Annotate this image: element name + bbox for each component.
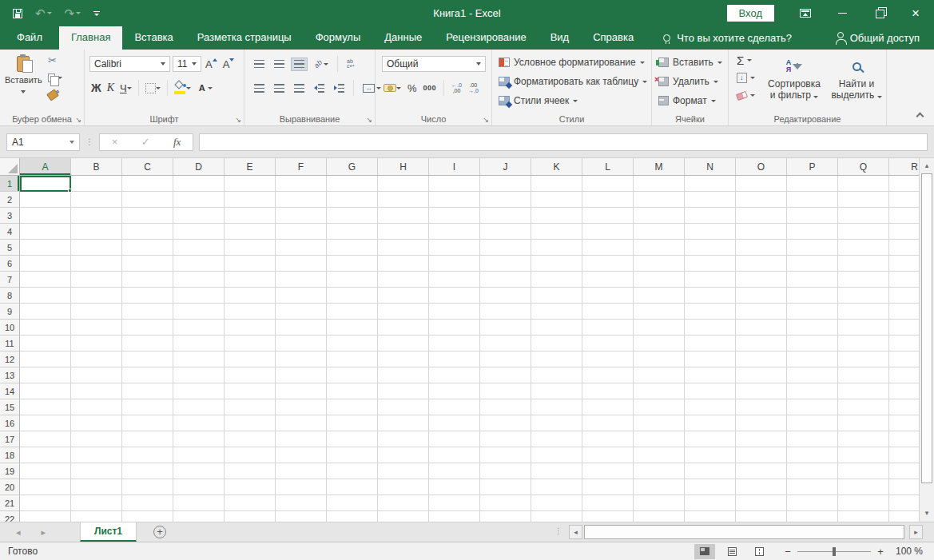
row-header-13[interactable]: 13 bbox=[0, 367, 19, 383]
enter-icon[interactable]: ✓ bbox=[141, 136, 150, 148]
column-header-L[interactable]: L bbox=[582, 158, 634, 175]
redo-dropdown-icon[interactable] bbox=[76, 12, 81, 14]
tab-file[interactable]: Файл bbox=[0, 26, 59, 50]
fill-color-dropdown-icon[interactable] bbox=[186, 87, 191, 89]
vertical-scrollbar[interactable]: ▴ ▾ bbox=[919, 158, 934, 522]
number-dialog-launcher-icon[interactable]: ↘ bbox=[483, 116, 489, 124]
name-box[interactable]: A1 bbox=[6, 133, 80, 151]
column-header-J[interactable]: J bbox=[480, 158, 531, 175]
zoom-slider[interactable] bbox=[797, 551, 871, 552]
fill-color-button[interactable] bbox=[173, 81, 193, 94]
minimize-button[interactable] bbox=[824, 0, 860, 26]
row-header-1[interactable]: 1 bbox=[0, 176, 19, 192]
undo-dropdown-icon[interactable] bbox=[47, 12, 52, 14]
fill-handle[interactable] bbox=[68, 189, 72, 193]
format-cells-button[interactable]: Формат bbox=[658, 92, 728, 109]
horizontal-scroll-thumb[interactable] bbox=[584, 525, 904, 539]
column-header-P[interactable]: P bbox=[787, 158, 838, 175]
ribbon-tab-2[interactable]: Разметка страницы bbox=[185, 26, 304, 50]
delete-cells-button[interactable]: Удалить bbox=[658, 73, 728, 90]
row-header-21[interactable]: 21 bbox=[0, 495, 19, 511]
copy-button[interactable] bbox=[48, 72, 62, 83]
customize-quick-access-button[interactable] bbox=[93, 11, 100, 16]
ribbon-tab-1[interactable]: Вставка bbox=[122, 26, 185, 50]
row-header-19[interactable]: 19 bbox=[0, 463, 19, 479]
ribbon-tab-0[interactable]: Главная bbox=[59, 26, 122, 50]
borders-button[interactable] bbox=[144, 83, 162, 93]
clipboard-dialog-launcher-icon[interactable]: ↘ bbox=[75, 116, 81, 124]
increase-decimal-button[interactable]: ←.0,00 bbox=[450, 82, 463, 93]
row-header-18[interactable]: 18 bbox=[0, 447, 19, 463]
row-header-8[interactable]: 8 bbox=[0, 288, 19, 304]
sort-filter-button[interactable]: АЯ Сортировка и фильтр bbox=[764, 54, 825, 101]
row-header-9[interactable]: 9 bbox=[0, 304, 19, 320]
autosum-dropdown-icon[interactable] bbox=[747, 59, 752, 62]
font-family-combo[interactable]: Calibri bbox=[89, 56, 170, 72]
clear-button[interactable] bbox=[737, 89, 755, 101]
align-middle-button[interactable] bbox=[271, 58, 288, 71]
save-icon[interactable] bbox=[13, 9, 22, 18]
fill-dropdown-icon[interactable] bbox=[750, 77, 755, 79]
tell-me-box[interactable]: Что вы хотите сделать? bbox=[663, 26, 792, 50]
redo-button[interactable]: ↷ bbox=[65, 8, 81, 19]
cell-styles-button[interactable]: Стили ячеек bbox=[499, 92, 651, 109]
ribbon-tab-5[interactable]: Рецензирование bbox=[434, 26, 538, 50]
column-header-D[interactable]: D bbox=[173, 158, 225, 175]
column-header-K[interactable]: K bbox=[531, 158, 582, 175]
accounting-dropdown-icon[interactable] bbox=[396, 87, 401, 89]
column-header-I[interactable]: I bbox=[429, 158, 480, 175]
row-header-2[interactable]: 2 bbox=[0, 192, 19, 208]
scroll-right-icon[interactable]: ▸ bbox=[909, 525, 923, 539]
cancel-icon[interactable]: × bbox=[112, 136, 118, 148]
align-bottom-button[interactable] bbox=[291, 58, 308, 71]
row-header-7[interactable]: 7 bbox=[0, 272, 19, 288]
column-header-A[interactable]: A bbox=[20, 158, 71, 175]
row-header-3[interactable]: 3 bbox=[0, 208, 19, 224]
row-header-14[interactable]: 14 bbox=[0, 383, 19, 399]
close-button[interactable]: × bbox=[897, 0, 934, 26]
select-all-button[interactable] bbox=[0, 158, 20, 176]
column-header-E[interactable]: E bbox=[225, 158, 276, 175]
column-header-B[interactable]: B bbox=[71, 158, 122, 175]
autosum-button[interactable]: Σ bbox=[737, 54, 755, 66]
scroll-up-icon[interactable]: ▴ bbox=[920, 161, 934, 169]
wrap-text-button[interactable]: abc↩ bbox=[344, 57, 357, 71]
clear-dropdown-icon[interactable] bbox=[750, 94, 755, 97]
font-color-dropdown-icon[interactable] bbox=[208, 87, 213, 89]
format-as-table-button[interactable]: Форматировать как таблицу bbox=[499, 73, 651, 90]
name-box-dropdown-icon[interactable] bbox=[70, 141, 74, 144]
share-button[interactable]: Общий доступ bbox=[837, 26, 934, 50]
row-header-17[interactable]: 17 bbox=[0, 431, 19, 447]
alignment-dialog-launcher-icon[interactable]: ↘ bbox=[366, 116, 372, 124]
comma-style-button[interactable]: 000 bbox=[422, 84, 439, 92]
scroll-left-icon[interactable]: ◂ bbox=[569, 525, 582, 539]
row-header-12[interactable]: 12 bbox=[0, 351, 19, 367]
orientation-dropdown-icon[interactable] bbox=[324, 63, 328, 66]
zoom-out-icon[interactable]: − bbox=[784, 546, 792, 558]
column-header-G[interactable]: G bbox=[327, 158, 378, 175]
column-header-H[interactable]: H bbox=[378, 158, 429, 175]
borders-dropdown-icon[interactable] bbox=[156, 87, 161, 89]
align-left-button[interactable] bbox=[251, 81, 268, 95]
paste-dropdown-icon[interactable] bbox=[21, 90, 26, 93]
row-header-5[interactable]: 5 bbox=[0, 240, 19, 256]
horizontal-scrollbar[interactable]: ◂ ▸ bbox=[569, 525, 923, 539]
row-header-6[interactable]: 6 bbox=[0, 256, 19, 272]
insert-cells-button[interactable]: Вставить bbox=[658, 54, 728, 71]
column-header-O[interactable]: O bbox=[736, 158, 787, 175]
collapse-ribbon-icon[interactable] bbox=[916, 113, 924, 121]
new-sheet-button[interactable]: + bbox=[153, 526, 166, 538]
sign-in-button[interactable]: Вход bbox=[727, 5, 774, 22]
row-header-22[interactable]: 22 bbox=[0, 511, 19, 522]
sheet-nav-right-icon[interactable]: ▸ bbox=[42, 527, 46, 538]
zoom-in-icon[interactable]: + bbox=[876, 546, 884, 558]
column-header-Q[interactable]: Q bbox=[838, 158, 889, 175]
active-cell-A1[interactable] bbox=[20, 176, 71, 192]
underline-button[interactable]: Ч bbox=[118, 82, 133, 94]
bold-button[interactable]: Ж bbox=[89, 81, 103, 94]
font-dialog-launcher-icon[interactable]: ↘ bbox=[235, 116, 241, 124]
zoom-slider-thumb[interactable] bbox=[833, 547, 836, 556]
decrease-decimal-button[interactable]: .00→,0 bbox=[467, 82, 480, 93]
ribbon-tab-7[interactable]: Справка bbox=[581, 26, 646, 50]
row-header-11[interactable]: 11 bbox=[0, 336, 19, 351]
